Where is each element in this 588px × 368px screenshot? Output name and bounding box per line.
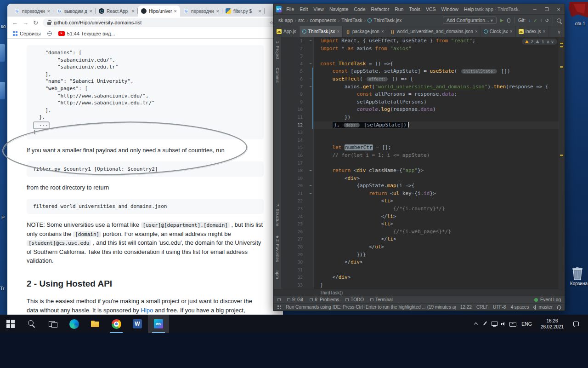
breadcrumb-item-thirdtask-jsx[interactable]: ThirdTask.jsx (367, 17, 402, 23)
menu-item-refactor[interactable]: Refactor (370, 6, 390, 12)
debug-icon[interactable] (507, 18, 510, 23)
breadcrumb-function[interactable]: ThirdTask() (320, 290, 343, 295)
line-number[interactable]: 2 (282, 45, 308, 53)
fold-icon[interactable] (308, 37, 314, 45)
line-number[interactable]: 9 (282, 98, 308, 106)
browser-tab[interactable]: Hipo/univer (138, 6, 180, 17)
editor-tab[interactable]: {}world_universities_and_domains.json (387, 26, 481, 37)
line-number[interactable]: 24 (282, 213, 308, 221)
code-line-17[interactable]: 17 (282, 160, 565, 167)
taskbar-word-button[interactable] (127, 315, 148, 333)
line-number[interactable]: 14 (282, 137, 308, 144)
browser-page[interactable]: "domains": [ "sabanciuniv.edu/", "sabanc… (7, 39, 283, 315)
tool-button-6-problems[interactable]: 6: Problems (310, 297, 339, 302)
taskbar-search-button[interactable] (21, 315, 42, 333)
menu-item-vcs[interactable]: VCS (425, 6, 437, 12)
breadcrumb-item-sk-app[interactable]: sk-app (277, 17, 294, 23)
line-number[interactable]: 26 (282, 228, 308, 236)
close-button[interactable] (553, 4, 565, 14)
code-line-12[interactable]: 12 }, deps: [setAppState]) (282, 121, 565, 129)
chevron-up-icon[interactable] (472, 320, 480, 328)
run-icon[interactable] (500, 18, 503, 23)
code-line-22[interactable]: 22 <li> (282, 197, 565, 205)
git-history-icon[interactable] (545, 18, 549, 23)
back-icon[interactable]: ← (12, 20, 18, 26)
editor-tab-bar[interactable]: JSApp.jsThirdTask.jsx{}package.json{}wor… (274, 26, 565, 37)
code-area[interactable]: 1import React, { useEffect, useState } f… (282, 37, 565, 289)
error-stripe[interactable] (559, 37, 565, 289)
browser-tab[interactable]: Gпереводчик (11, 6, 53, 17)
git-commit-icon[interactable] (533, 18, 537, 23)
line-number[interactable]: 11 (282, 114, 308, 121)
code-line-9[interactable]: 9 setAppState(allPersons) (282, 98, 565, 106)
line-number[interactable]: 31 (282, 266, 308, 274)
git-push-icon[interactable] (540, 18, 543, 23)
code-line-13[interactable]: 13 (282, 129, 565, 137)
editor-tab[interactable]: {}package.json (343, 26, 387, 37)
code-line-23[interactable]: 23 {/*{i.country}*/} (282, 205, 565, 213)
menu-item-navigate[interactable]: Navigate (328, 6, 349, 12)
tab-close-icon[interactable] (90, 9, 92, 14)
browser-tab[interactable]: React App (96, 6, 138, 17)
editor-tab[interactable]: JSApp.js (274, 26, 300, 37)
line-number[interactable]: 27 (282, 236, 308, 243)
code-line-20[interactable]: 20 {appState.map(i =>{ (282, 182, 565, 190)
clock[interactable]: 16:26 26.02.2021 (537, 318, 567, 330)
hipo-link[interactable]: Hipo (141, 307, 153, 314)
reload-icon[interactable]: ↻ (33, 20, 38, 26)
fold-icon[interactable] (308, 60, 314, 68)
tab-close-icon[interactable] (216, 9, 219, 14)
warning-stripe-mark[interactable] (560, 66, 563, 68)
tab-close-icon[interactable] (475, 29, 478, 34)
tab-overflow-icon[interactable] (554, 26, 565, 37)
tab-close-icon[interactable] (381, 29, 384, 34)
line-number[interactable]: 18 (282, 167, 308, 175)
git-update-icon[interactable] (528, 18, 531, 23)
event-log-button[interactable]: Event Log (534, 297, 561, 302)
notifications-bell-icon[interactable] (557, 305, 561, 309)
line-number[interactable]: 28 (282, 243, 308, 251)
editor-tab[interactable]: ThirdTask.jsx (300, 26, 343, 37)
line-number[interactable]: 25 (282, 220, 308, 228)
line-number[interactable]: 22 (282, 197, 308, 205)
line-number[interactable]: 33 (282, 282, 308, 289)
line-number[interactable]: 12 (282, 121, 308, 129)
tool-button-terminal[interactable]: Terminal (370, 297, 393, 302)
menu-item-view[interactable]: View (312, 6, 325, 12)
line-number[interactable]: 16 (282, 152, 308, 160)
code-line-10[interactable]: 10 console.log(response.data) (282, 106, 565, 114)
status-grid-icon[interactable] (277, 305, 281, 309)
volume-icon[interactable] (500, 320, 507, 328)
fold-icon[interactable] (308, 182, 314, 190)
line-number[interactable]: 29 (282, 251, 308, 259)
url-text[interactable]: github.com/Hipo/university-domains-list (54, 20, 266, 25)
taskbar-chrome-button[interactable] (106, 315, 127, 333)
browser-tab[interactable]: Gпереводчик (180, 6, 222, 17)
menu-item-help[interactable]: Help (463, 6, 475, 12)
warning-stripe-mark[interactable] (560, 46, 563, 47)
line-number[interactable]: 20 (282, 182, 308, 190)
bookmark-youtube[interactable]: 51:44 Текущее вид... (58, 31, 115, 36)
line-number[interactable]: 15 (282, 144, 308, 152)
code-line-31[interactable]: 31 (282, 266, 565, 274)
tab-close-icon[interactable] (174, 9, 177, 14)
code-line-27[interactable]: 27 </li> (282, 236, 565, 243)
line-number[interactable]: 1 (282, 37, 308, 45)
code-line-3[interactable]: 3 (282, 52, 565, 60)
code-line-25[interactable]: 25 <li> (282, 220, 565, 228)
menu-item-code[interactable]: Code (353, 6, 366, 12)
fold-icon[interactable] (308, 167, 314, 175)
tool-button-todo[interactable]: TODO (345, 297, 364, 302)
editor-breadcrumb[interactable]: ThirdTask() (274, 289, 565, 296)
taskbar-edge-button[interactable] (63, 315, 85, 333)
next-prev-warning-icons[interactable] (546, 39, 554, 44)
line-number[interactable]: 6 (282, 75, 308, 83)
code-line-4[interactable]: 4const ThirdTask = () =>{ (282, 60, 565, 68)
code-line-6[interactable]: 6 useEffect( effect: () => { (282, 75, 565, 83)
run-configuration-select[interactable]: Add Configuration... (443, 17, 497, 24)
warning-stripe-mark[interactable] (560, 155, 563, 156)
code-line-18[interactable]: 18 return <div className={"app"}> (282, 167, 565, 175)
line-number[interactable]: 21 (282, 190, 308, 198)
warning-stripe-mark[interactable] (560, 43, 563, 44)
code-line-2[interactable]: 2import * as axios from "axios" (282, 45, 565, 53)
